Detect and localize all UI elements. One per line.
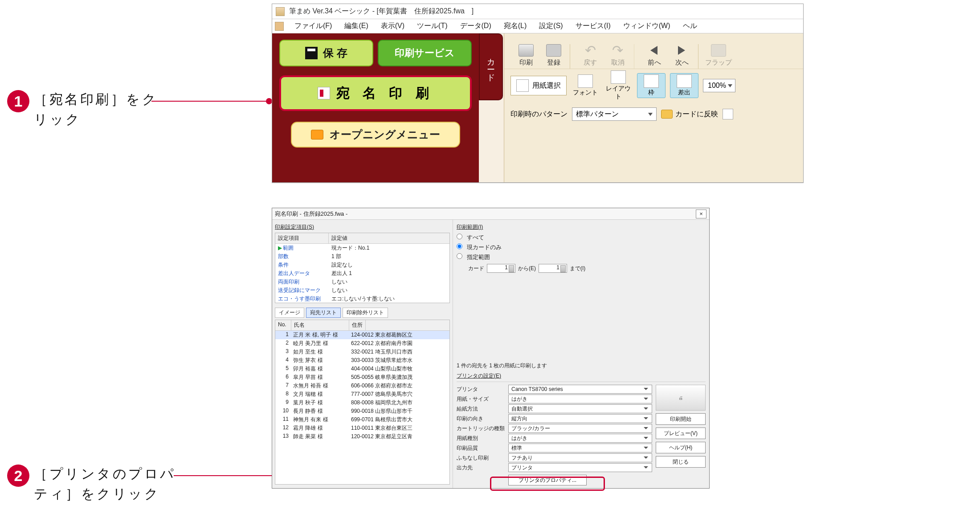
settings-row[interactable]: 条件設定なし (275, 261, 449, 269)
settings-row[interactable]: 範囲現カード：No.1 (275, 244, 449, 252)
address-row[interactable]: 3如月 至生 様332-0021 埼玉県川口市西 (275, 348, 449, 356)
deliver-tool[interactable]: 差出 (670, 73, 698, 98)
range-card-label: カード (468, 265, 484, 272)
ribbon-register[interactable]: 登録 (543, 44, 570, 69)
ribbon-row-3: 印刷時のパターン 標準パターン カードに反映 (504, 102, 803, 126)
tab-exclude[interactable]: 印刷除外リスト (343, 308, 388, 318)
address-row[interactable]: 11神無月 有来 様699-0701 島根県出雲市大 (275, 415, 449, 424)
print-start-button[interactable]: 印刷開始 (656, 413, 706, 425)
menu-window[interactable]: ウィンドウ(W) (617, 20, 677, 33)
range-to-spin[interactable]: 1 (539, 264, 567, 273)
address-row[interactable]: 1正月 米 様, 明子 様124-0012 東京都葛飾区立 (275, 331, 449, 339)
range-current[interactable]: 現カードのみ (457, 243, 706, 252)
address-print-button[interactable]: 宛 名 印 刷 (279, 75, 472, 111)
dialog-buttons: 🖨 印刷開始 プレビュー(V) ヘルプ(H) 閉じる (656, 385, 706, 473)
save-button[interactable]: 保 存 (279, 40, 373, 66)
ribbon-print[interactable]: 印刷 (512, 44, 540, 69)
printer-image: 🖨 (656, 385, 706, 411)
zoom-combo[interactable]: 100% (703, 79, 735, 92)
printer-icon (519, 44, 534, 57)
menu-help[interactable]: ヘル (677, 20, 703, 33)
settings-table: 設定項目 設定値 範囲現カード：No.1部数1 部条件設定なし差出人データ差出人… (275, 233, 450, 303)
printer-setting-combo[interactable]: 縦方向 (508, 414, 652, 423)
app-window: 筆まめ Ver.34 ベーシック - [年賀葉書 住所録2025.fwa ] フ… (272, 4, 804, 183)
side-tab-card[interactable]: カード (479, 33, 503, 100)
print-service-button[interactable]: 印刷サービス (378, 40, 472, 66)
settings-group-title: 印刷設定項目(S) (275, 223, 450, 231)
menu-view[interactable]: 表示(V) (375, 20, 411, 33)
status-text: 1 件の宛先を 1 枚の用紙に印刷します (457, 362, 706, 370)
opening-menu-button[interactable]: オープニングメニュー (291, 122, 460, 148)
dialog-titlebar: 宛名印刷 - 住所録2025.fwa - × (272, 208, 709, 220)
ribbon-undo[interactable]: ↶ 戻す (576, 44, 604, 69)
settings-row[interactable]: エコ・うす墨印刷エコ:しない/うす墨:しない (275, 295, 449, 303)
print-range-group: すべて 現カードのみ 指定範囲 カード 1 から(E) 1 まで(I) (457, 233, 706, 273)
save-label: 保 存 (323, 46, 347, 60)
close-dialog-button[interactable]: 閉じる (656, 456, 706, 468)
menu-data[interactable]: データ(D) (454, 20, 498, 33)
address-row[interactable]: 10長月 静香 様990-0018 山形県山形市千 (275, 407, 449, 415)
printer-setting-combo[interactable]: はがき (508, 395, 652, 403)
preview-button[interactable]: プレビュー(V) (656, 428, 706, 439)
printer-setting-combo[interactable]: 標準 (508, 444, 652, 452)
menu-edit[interactable]: 編集(E) (338, 20, 374, 33)
printer-setting-combo[interactable]: はがき (508, 434, 652, 443)
address-row[interactable]: 8文月 瑞穂 様777-0007 徳島県美馬市穴 (275, 390, 449, 399)
address-row[interactable]: 4弥生 芽衣 様303-0033 茨城県常総市水 (275, 356, 449, 365)
printer-setting-combo[interactable]: Canon TS8700 series (508, 385, 652, 394)
range-from-spin[interactable]: 1 (487, 264, 515, 273)
address-row[interactable]: 12霜月 降雄 様110-0011 東京都台東区三 (275, 424, 449, 432)
printer-setting-combo[interactable]: プリンタ (508, 463, 652, 472)
settings-row[interactable]: 送受記録にマークしない (275, 286, 449, 295)
floppy-icon (305, 47, 318, 59)
printer-setting-combo[interactable]: フチあり (508, 453, 652, 462)
ribbon-row-2: 用紙選択 フォント レイアウト 枠 差出 100% (504, 69, 803, 102)
callout-1: 1 ［宛名印刷］をク リック (7, 89, 158, 129)
printer-setting-combo[interactable]: ブラック/カラー (508, 424, 652, 433)
ribbon-next[interactable]: 次へ (671, 44, 698, 69)
address-row[interactable]: 9葉月 秋子 様808-0008 福岡県北九州市 (275, 399, 449, 407)
ribbon-row-1: 印刷 登録 ↶ 戻す ↷ 取消 前へ 次へ (504, 33, 803, 69)
frame-tool[interactable]: 枠 (637, 73, 666, 98)
reflect-to-card-button[interactable]: カードに反映 (661, 110, 718, 119)
address-print-icon (318, 87, 330, 99)
callout-1-leader (151, 101, 272, 102)
settings-row[interactable]: 両面印刷しない (275, 278, 449, 286)
settings-row[interactable]: 部数1 部 (275, 252, 449, 261)
address-row[interactable]: 5卯月 裕嘉 様404-0004 山梨県山梨市牧 (275, 365, 449, 373)
menu-service[interactable]: サービス(I) (569, 20, 617, 33)
tab-list[interactable]: 宛先リスト (306, 308, 341, 318)
ribbon-flap[interactable]: フラップ (705, 44, 732, 69)
paper-select-button[interactable]: 用紙選択 (510, 76, 567, 95)
ribbon-redo[interactable]: ↷ 取消 (607, 44, 634, 69)
extra-icon[interactable] (723, 109, 733, 119)
address-row[interactable]: 7水無月 裕吾 様606-0066 京都府京都市左 (275, 382, 449, 390)
deliver-icon (677, 74, 692, 88)
printer-setting-row: プリンタCanon TS8700 series (457, 385, 652, 394)
address-row[interactable]: 2睦月 美乃里 様622-0012 京都府南丹市園 (275, 339, 449, 348)
address-row[interactable]: 6皐月 早苗 様505-0055 岐阜県美濃加茂 (275, 373, 449, 382)
menu-tool[interactable]: ツール(T) (411, 20, 453, 33)
tab-image[interactable]: イメージ (275, 308, 304, 318)
settings-col-item: 設定項目 (275, 233, 329, 243)
range-spec[interactable]: 指定範囲 (457, 252, 706, 262)
menu-address[interactable]: 宛名(L) (498, 20, 533, 33)
layout-tool[interactable]: レイアウト (604, 70, 633, 101)
address-row[interactable]: 13師走 果菜 様120-0012 東京都足立区青 (275, 432, 449, 441)
arrow-right-icon (674, 44, 690, 57)
print-pattern-combo[interactable]: 標準パターン (572, 107, 657, 121)
range-all[interactable]: すべて (457, 233, 706, 243)
printer-setting-combo[interactable]: 自動選択 (508, 404, 652, 413)
menu-file[interactable]: ファイル(F) (288, 20, 338, 33)
printer-group-title: プリンタの設定(E) (457, 372, 706, 380)
printer-properties-button[interactable]: プリンタのプロパティ... (508, 475, 587, 485)
settings-row[interactable]: 差出人データ差出人 1 (275, 269, 449, 278)
printer-setting-row: 給紙方法自動選択 (457, 404, 652, 413)
range-group-title: 印刷範囲(I) (457, 223, 706, 231)
font-tool[interactable]: フォント (571, 74, 600, 97)
close-button[interactable]: × (696, 210, 706, 218)
menu-setting[interactable]: 設定(S) (533, 20, 569, 33)
help-button[interactable]: ヘルプ(H) (656, 442, 706, 453)
printer-setting-row: 印刷の向き縦方向 (457, 414, 652, 423)
ribbon-prev[interactable]: 前へ (641, 44, 668, 69)
